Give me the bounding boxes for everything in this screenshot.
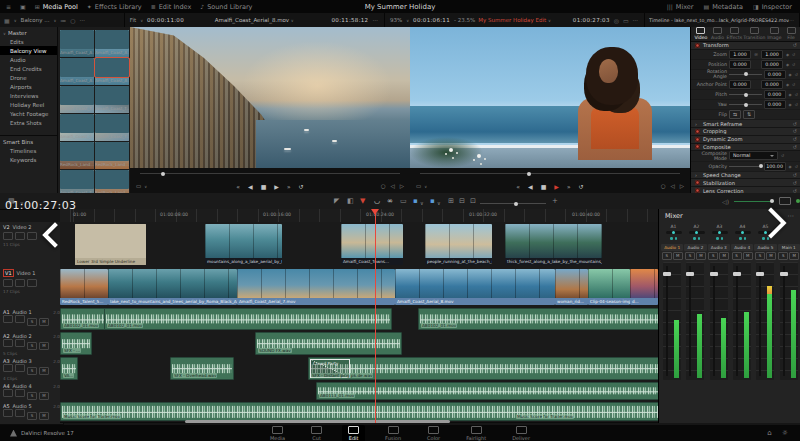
strip-mute-button[interactable]: M [673, 252, 683, 260]
rotation-reset-icon[interactable]: ↺ [795, 72, 798, 77]
strip-mute-button[interactable]: M [719, 252, 729, 260]
inspector-options-icon[interactable]: ⋯ [789, 18, 795, 23]
a1-solo-icon[interactable]: S [27, 318, 37, 326]
flag-icon[interactable]: ▭ [400, 197, 407, 205]
media-clip[interactable]: Amalfi_Coast_A... [60, 58, 94, 85]
position-x-field[interactable]: 0.000 [729, 60, 751, 69]
smart-bin-item[interactable]: Timelines [0, 146, 57, 155]
section-transform[interactable]: Transform↺ [691, 42, 800, 50]
page-button[interactable]: Edit [342, 425, 365, 441]
audio-clip[interactable]: AB0102_01.mov [418, 308, 658, 330]
track-header-a3[interactable]: A3Audio 32.0 SM 4 Clips [0, 356, 64, 384]
pitch-reset-icon[interactable]: ↺ [795, 92, 798, 97]
track-v2-lane[interactable]: Lower 3rd Simple Underline mountains_alo… [60, 222, 658, 268]
zoom-detail-icon[interactable]: ⊟ [459, 197, 465, 205]
bin-item[interactable]: Extra Shots [0, 118, 57, 127]
razor-tool-icon[interactable]: ▼ [360, 197, 365, 205]
track-a2-lane[interactable]: SFX - ... SOUND FX.wav [60, 331, 658, 357]
tab-transition[interactable]: Transition [743, 27, 765, 41]
v1-enable-icon[interactable] [27, 279, 37, 287]
track-a4-lane[interactable]: AB0113_01.mov [60, 381, 658, 402]
strip-solo-button[interactable]: S [732, 252, 742, 260]
strip-mute-button[interactable]: M [743, 252, 753, 260]
a1-auto-select-icon[interactable] [15, 315, 25, 323]
media-clip[interactable]: Amalfi_Coast_A... [95, 58, 129, 85]
opacity-slider[interactable] [729, 166, 762, 167]
smart-reframe-reset-icon[interactable]: ↺ [793, 121, 797, 127]
media-clip[interactable]: Amalfi_Coast_T... [95, 114, 129, 141]
a5-solo-icon[interactable]: S [27, 412, 37, 420]
strip-label[interactable]: Audio 2 [684, 244, 706, 251]
flip-vertical-button[interactable]: ⇅ [743, 110, 755, 119]
play-button[interactable]: ▶ [274, 183, 279, 190]
pan-slider[interactable] [666, 231, 682, 234]
media-clip[interactable]: Amalfi_Coast_T... [60, 114, 94, 141]
bus-send-dots[interactable] [732, 237, 753, 240]
keyboard-icon[interactable] [779, 197, 791, 205]
timeline-title[interactable]: My Summer Holiday Edit ∨ [385, 17, 644, 23]
media-clip[interactable]: Amalfi_Coast_A... [95, 30, 129, 57]
a1-mute-icon[interactable]: M [39, 318, 49, 326]
audio-clip[interactable]: Music Score for Trailer.mov Music Score … [60, 402, 658, 421]
media-clip[interactable]: RedRock_Land... [95, 170, 129, 193]
timeline-zoom-slider[interactable] [480, 203, 546, 204]
monitor-volume-slider[interactable] [734, 201, 774, 202]
bin-item[interactable]: End Credits [0, 64, 57, 73]
a4-auto-select-icon[interactable] [15, 389, 25, 397]
track-header-v1[interactable]: V1Video 1 17 Clips [0, 267, 64, 310]
media-clip[interactable]: Amalfi_Coast_T... [60, 170, 94, 193]
selection-tool-icon[interactable]: ◤ [334, 197, 339, 205]
pitch-field[interactable]: 0.000 [764, 90, 786, 99]
strip-fader-lane[interactable] [756, 262, 774, 380]
marker2-icon[interactable]: ▪ [430, 197, 435, 205]
marker2-chevron-icon[interactable]: ∨ [437, 199, 441, 207]
dynamic-zoom-enable-icon[interactable] [695, 137, 700, 142]
video-clip[interactable]: Amalfi_Coast_Towns... [341, 224, 403, 265]
marker-icon[interactable]: ▪ [413, 197, 418, 205]
section-stabilization[interactable]: Stabilization↺ [691, 179, 800, 187]
a3-mute-icon[interactable]: M [39, 367, 49, 375]
video-clip[interactable]: people_running_at_the_beach_in_brig... [425, 224, 492, 265]
position-y-field[interactable]: 0.000 [761, 60, 783, 69]
zoom-x-field[interactable]: 1.000 [729, 50, 751, 59]
strip-solo-button[interactable]: S [685, 252, 695, 260]
speaker-icon[interactable]: ◁) [722, 198, 729, 205]
tl-step-back-button[interactable]: ◀ [528, 183, 533, 190]
strip-mute-button[interactable]: M [789, 252, 799, 260]
strip-fader-lane[interactable] [780, 262, 798, 380]
pan-slider[interactable] [712, 231, 728, 234]
tl-stop-button[interactable]: ■ [541, 183, 547, 190]
step-back-button[interactable]: ◀ [248, 183, 253, 190]
composite-reset-icon[interactable]: ↺ [793, 144, 797, 150]
track-v1-lane[interactable]: RedRock_Talent_5... lake_next_to_mountai… [60, 267, 658, 308]
strip-label[interactable]: Audio 3 [708, 244, 730, 251]
audio-clip[interactable]: SFX - Overhead.wav [170, 357, 234, 380]
go-to-end-button[interactable]: » [287, 183, 291, 190]
a3-lock-icon[interactable] [3, 364, 13, 372]
page-button[interactable]: Cut [305, 425, 328, 441]
media-clip[interactable]: RedRock_Land... [60, 142, 94, 169]
zoom-plus-icon[interactable]: + [552, 197, 558, 205]
a4-lock-icon[interactable] [3, 389, 13, 397]
opacity-reset-icon[interactable]: ↺ [795, 164, 798, 169]
playhead-marker[interactable] [371, 209, 379, 219]
bin-selector[interactable]: Balcony ... [21, 17, 50, 23]
composite-enable-icon[interactable] [695, 144, 700, 149]
zoom-keyframe-icon[interactable]: ◆ [786, 52, 789, 57]
go-to-start-button[interactable]: « [236, 183, 240, 190]
bin-item[interactable]: Holiday Reel [0, 100, 57, 109]
strip-fader-lane[interactable] [733, 262, 751, 380]
trim-edit-icon[interactable]: ◧ [347, 197, 354, 205]
strip-fader-lane[interactable] [663, 262, 681, 380]
strip-label[interactable]: Audio 5 [754, 244, 776, 251]
audio-clip[interactable]: AB0113_01.mov [316, 382, 658, 400]
search-icon[interactable]: ○ [70, 17, 75, 24]
snapping-icon[interactable]: ◡ [374, 197, 380, 205]
a3-solo-icon[interactable]: S [27, 367, 37, 375]
v2-enable-icon[interactable] [27, 232, 37, 240]
tab-image[interactable]: Image [766, 27, 782, 41]
video-clip[interactable]: lake_next_to_mountains_and_trees_aerial_… [108, 269, 237, 305]
zoom-full-extent-icon[interactable]: ⊞ [448, 197, 454, 205]
anchor-reset-icon[interactable]: ↺ [792, 82, 795, 87]
timeline-video-frame[interactable] [410, 27, 690, 168]
